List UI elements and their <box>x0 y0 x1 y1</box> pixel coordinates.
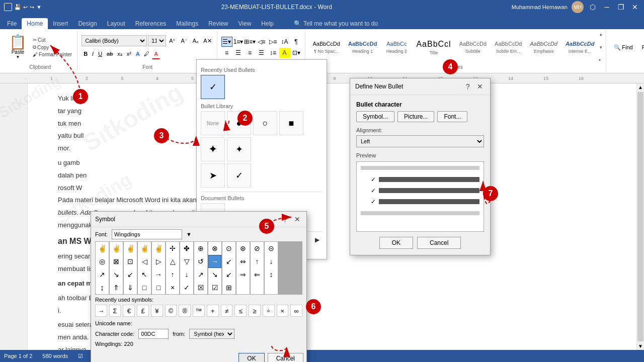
minimize-btn[interactable]: ─ <box>602 2 612 12</box>
sym-23[interactable]: ⇔ <box>236 255 250 268</box>
sym-50[interactable] <box>251 281 264 294</box>
bold-btn[interactable]: B <box>82 48 90 59</box>
sym-3[interactable]: ✌ <box>138 242 151 255</box>
bullet-filled-circle[interactable]: ● <box>227 111 251 135</box>
sym-17[interactable]: ▷ <box>152 255 165 268</box>
sym-34[interactable]: ↘ <box>208 268 221 281</box>
paste-button[interactable]: 📋 Paste ▼ <box>6 34 30 60</box>
recent-sym-arrow[interactable]: → <box>95 305 107 317</box>
format-painter-button[interactable]: 🖌 Format Painter <box>31 51 74 58</box>
sym-9[interactable]: ⊙ <box>222 242 235 255</box>
bullet-arrow[interactable]: ➤ <box>201 163 225 188</box>
bullet-filled-square[interactable]: ■ <box>279 111 303 135</box>
sym-39[interactable]: ↨ <box>96 281 109 294</box>
sym-33[interactable]: ↗ <box>194 268 207 281</box>
styles-expand[interactable]: ▾ <box>599 58 603 62</box>
tab-design[interactable]: Design <box>73 18 102 29</box>
line-spacing-btn[interactable]: ↕≡ <box>268 48 279 58</box>
sym-2[interactable]: ✌ <box>124 242 137 255</box>
sym-49[interactable] <box>236 281 250 294</box>
decrease-indent-btn[interactable]: ◁≡ <box>256 37 267 47</box>
cut-button[interactable]: ✂ Cut <box>31 37 74 43</box>
quick-access[interactable]: 💾↩↪▼ <box>14 4 42 11</box>
recent-sym-times[interactable]: × <box>277 305 289 317</box>
bullets-btn[interactable]: ☰▾ <box>221 37 232 47</box>
styles-scroll-up[interactable]: ▲ <box>599 32 603 37</box>
symbol-btn[interactable]: Symbol... <box>356 111 394 122</box>
font-case-btn[interactable]: Aₐ <box>191 35 200 46</box>
sym-28[interactable]: ↙ <box>124 268 137 281</box>
sym-31[interactable]: ↑ <box>166 268 179 281</box>
tab-review[interactable]: Review <box>203 18 233 29</box>
recent-sym-div[interactable]: ÷ <box>263 305 275 317</box>
recent-sym-neq[interactable]: ≠ <box>221 305 233 317</box>
align-left-btn[interactable]: ≡ <box>221 48 232 58</box>
recent-sym-leq[interactable]: ≤ <box>234 305 247 317</box>
recent-sym-euro[interactable]: € <box>123 305 135 317</box>
share-btn[interactable]: ⬡ <box>588 2 598 12</box>
tab-references[interactable]: References <box>130 18 171 29</box>
sym-41[interactable]: ⇓ <box>124 281 137 294</box>
style-item-normal[interactable]: AaBbCcDd ¶ No Spac... <box>309 32 344 62</box>
sym-16[interactable]: ◁ <box>138 255 151 268</box>
style-item-subtitle[interactable]: AaBbCcDd Subtitle <box>456 32 490 62</box>
bullet-open-circle[interactable]: ○ <box>253 111 277 135</box>
sym-14[interactable]: ⊠ <box>110 255 123 268</box>
sym-1[interactable]: ✌ <box>110 242 123 255</box>
find-button[interactable]: 🔍 Find <box>610 43 636 52</box>
sym-44[interactable]: × <box>166 281 179 294</box>
close-btn[interactable]: ✕ <box>630 2 640 12</box>
scroll-down-btn[interactable]: ▼ <box>637 342 644 350</box>
picture-btn[interactable]: Picture... <box>397 111 434 122</box>
sym-40[interactable]: ⇑ <box>110 281 123 294</box>
style-item-title[interactable]: AaBbCcl Title <box>413 32 454 62</box>
recent-sym-plus[interactable]: + <box>207 305 219 317</box>
text-effect-btn[interactable]: A <box>134 48 141 59</box>
style-item-intense-em[interactable]: AaBbCcDd Intense E... <box>562 32 598 62</box>
replace-button[interactable]: Replace <box>638 43 644 52</box>
bullet-diamond[interactable]: ✦ <box>201 137 225 161</box>
dialog-close-btn[interactable]: ✕ <box>475 81 485 92</box>
tab-mailings[interactable]: Mailings <box>171 18 203 29</box>
bullet-checkmark[interactable]: ✓ <box>227 163 251 188</box>
superscript-btn[interactable]: x² <box>125 48 133 59</box>
tab-insert[interactable]: Insert <box>48 18 73 29</box>
font-size-select[interactable]: 11 <box>148 35 166 46</box>
style-item-emphasis[interactable]: AaBbCcDd Emphasis <box>526 32 560 62</box>
font-shrink-btn[interactable]: A⁻ <box>179 35 189 46</box>
sym-27[interactable]: ↘ <box>110 268 123 281</box>
char-code-input[interactable] <box>138 329 169 339</box>
underline-btn[interactable]: U <box>96 48 104 59</box>
dialog-cancel-btn[interactable]: Cancel <box>417 237 461 249</box>
align-center-btn[interactable]: ☰ <box>233 48 244 58</box>
alignment-select[interactable]: Left <box>356 135 484 147</box>
justify-btn[interactable]: ☰ <box>256 48 267 58</box>
copy-button[interactable]: ⧉ Copy <box>31 44 74 51</box>
sym-26[interactable]: ↗ <box>96 268 109 281</box>
recent-sym-pound[interactable]: £ <box>137 305 149 317</box>
italic-btn[interactable]: I <box>90 48 96 59</box>
bullet-star[interactable]: ✦ <box>227 137 251 161</box>
increase-indent-btn[interactable]: ▷≡ <box>268 37 279 47</box>
sym-0[interactable]: ✌ <box>96 242 109 255</box>
style-item-heading1[interactable]: AaBbCcDd Heading 1 <box>345 32 380 62</box>
font-color-btn[interactable]: A <box>152 48 159 59</box>
align-right-btn[interactable]: ≡ <box>245 48 256 58</box>
sym-32[interactable]: ↓ <box>180 268 193 281</box>
recent-sym-inf[interactable]: ∞ <box>290 305 302 317</box>
sym-7[interactable]: ⊕ <box>194 242 207 255</box>
sym-6[interactable]: ✤ <box>180 242 193 255</box>
sym-8[interactable]: ⊗ <box>208 242 221 255</box>
sym-38[interactable]: ↕ <box>265 268 278 281</box>
show-hide-btn[interactable]: ¶ <box>291 37 302 47</box>
highlight-btn[interactable]: 🖊 <box>142 48 151 59</box>
sort-btn[interactable]: ↕A <box>279 37 290 47</box>
symbol-close-btn[interactable]: ✕ <box>292 214 302 224</box>
symbol-ok-btn[interactable]: OK <box>238 353 264 362</box>
sym-46[interactable]: ☒ <box>194 281 207 294</box>
tab-layout[interactable]: Layout <box>102 18 130 29</box>
sym-29[interactable]: ↖ <box>138 268 151 281</box>
sym-12[interactable]: ⊝ <box>265 242 278 255</box>
tab-file[interactable]: File <box>2 18 22 29</box>
recent-sym-tm[interactable]: ™ <box>193 305 205 317</box>
